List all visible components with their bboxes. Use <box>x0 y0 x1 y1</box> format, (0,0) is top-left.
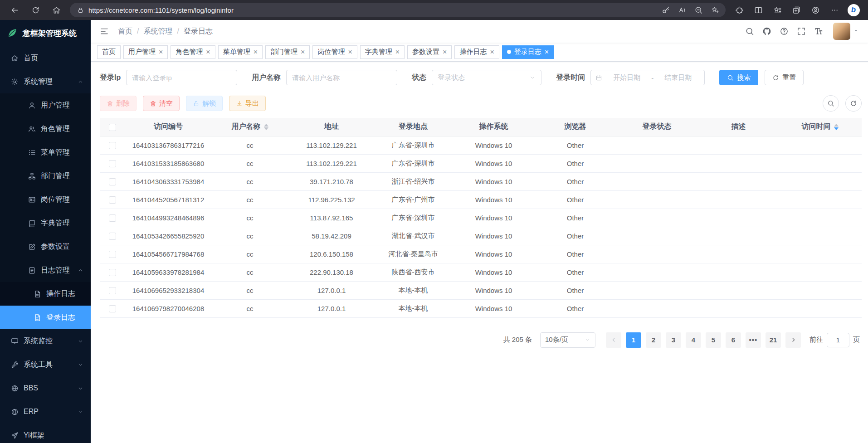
refresh-table-button[interactable] <box>845 95 862 112</box>
browser-back-button[interactable] <box>5 2 24 18</box>
page-button-3[interactable]: 3 <box>666 332 681 348</box>
tab-operation-log[interactable]: 操作日志× <box>454 45 499 59</box>
browser-key-button[interactable] <box>658 4 674 16</box>
address-bar[interactable]: https://ccnetcore.com:1101/system/log/lo… <box>70 3 726 17</box>
tab-dict-mgmt[interactable]: 字典管理× <box>360 45 405 59</box>
browser-more-button[interactable] <box>825 2 844 18</box>
row-checkbox[interactable] <box>109 178 116 185</box>
tab-param-settings[interactable]: 参数设置× <box>407 45 452 59</box>
browser-profile-button[interactable] <box>806 2 824 18</box>
question-button[interactable] <box>776 23 792 39</box>
row-checkbox[interactable] <box>109 142 116 149</box>
sidebar-item-menu-mgmt[interactable]: 菜单管理 <box>0 141 91 164</box>
browser-extensions-button[interactable] <box>730 2 748 18</box>
bing-button[interactable]: b <box>844 2 863 18</box>
tab-dept-mgmt[interactable]: 部门管理× <box>265 45 310 59</box>
breadcrumb-item[interactable]: 系统管理 <box>143 27 172 36</box>
row-checkbox[interactable] <box>109 233 116 240</box>
page-button-1[interactable]: 1 <box>626 332 641 348</box>
font-size-icon <box>814 27 823 36</box>
sidebar-item-system-monitor[interactable]: 系统监控 <box>0 329 91 353</box>
export-button[interactable]: 导出 <box>229 96 266 111</box>
row-checkbox[interactable] <box>109 214 116 222</box>
page-button-6[interactable]: 6 <box>726 332 741 348</box>
clear-button[interactable]: 清空 <box>143 96 180 111</box>
tab-role-mgmt[interactable]: 角色管理× <box>171 45 215 59</box>
close-icon[interactable]: × <box>159 49 163 56</box>
sidebar-item-dept-mgmt[interactable]: 部门管理 <box>0 164 91 188</box>
browser-home-button[interactable] <box>47 2 65 18</box>
search-button[interactable]: 搜索 <box>719 70 758 85</box>
sidebar-item-log-mgmt[interactable]: 日志管理 <box>0 258 91 282</box>
toggle-search-button[interactable] <box>823 95 839 112</box>
sidebar-item-operation-log[interactable]: 操作日志 <box>0 282 91 306</box>
page-button-2[interactable]: 2 <box>646 332 661 348</box>
browser-split-screen-button[interactable] <box>749 2 767 18</box>
sidebar-item-post-mgmt[interactable]: 岗位管理 <box>0 188 91 211</box>
row-checkbox[interactable] <box>109 269 116 276</box>
font-size-button[interactable] <box>810 23 827 39</box>
browser-refresh-button[interactable] <box>26 2 44 18</box>
prev-page-button[interactable] <box>606 332 621 348</box>
tab-user-mgmt[interactable]: 用户管理× <box>123 45 168 59</box>
sidebar-item-erp[interactable]: ERP <box>0 400 91 424</box>
login-time-range-picker[interactable]: 开始日期 - 结束日期 <box>590 70 705 85</box>
browser-zoom-out-button[interactable] <box>690 4 707 16</box>
close-icon[interactable]: × <box>545 49 549 56</box>
close-icon[interactable]: × <box>395 49 400 56</box>
close-icon[interactable]: × <box>348 49 352 56</box>
sidebar-item-role-mgmt[interactable]: 角色管理 <box>0 117 91 141</box>
user-avatar[interactable] <box>833 23 850 40</box>
more-pages-button[interactable]: ••• <box>746 332 761 348</box>
github-button[interactable] <box>759 23 775 39</box>
close-icon[interactable]: × <box>206 49 210 56</box>
fullscreen-button[interactable] <box>793 23 809 39</box>
sort-caret[interactable] <box>834 124 839 130</box>
status-select[interactable]: 登录状态 <box>432 70 541 85</box>
page-button-21[interactable]: 21 <box>766 332 781 348</box>
sidebar-item-user-mgmt[interactable]: 用户管理 <box>0 93 91 117</box>
reset-button[interactable]: 重置 <box>765 70 804 85</box>
user-name-input[interactable] <box>286 70 397 85</box>
sidebar-item-bbs[interactable]: BBS <box>0 376 91 400</box>
row-checkbox[interactable] <box>109 196 116 204</box>
select-all-checkbox[interactable] <box>109 124 116 131</box>
sidebar-item-home[interactable]: 首页 <box>0 46 91 70</box>
jump-page-input[interactable] <box>827 333 849 347</box>
delete-button[interactable]: 删除 <box>100 96 137 111</box>
row-checkbox[interactable] <box>109 251 116 258</box>
sidebar-item-system-tools[interactable]: 系统工具 <box>0 353 91 376</box>
unlock-button[interactable]: 解锁 <box>186 96 223 111</box>
page-button-5[interactable]: 5 <box>706 332 721 348</box>
sort-caret[interactable] <box>264 124 268 130</box>
sidebar-item-dict-mgmt[interactable]: 字典管理 <box>0 211 91 235</box>
browser-read-aloud-button[interactable] <box>674 4 690 16</box>
page-size-select[interactable]: 10条/页 <box>540 332 595 348</box>
breadcrumb-separator: / <box>137 27 139 35</box>
browser-favorites-button[interactable] <box>768 2 786 18</box>
row-checkbox[interactable] <box>109 305 116 312</box>
next-page-button[interactable] <box>785 332 801 348</box>
close-icon[interactable]: × <box>301 49 305 56</box>
sidebar-item-login-log[interactable]: 登录日志 <box>0 306 91 329</box>
close-icon[interactable]: × <box>254 49 258 56</box>
close-icon[interactable]: × <box>443 49 447 56</box>
sidebar-item-system-mgmt[interactable]: 系统管理 <box>0 70 91 93</box>
row-checkbox[interactable] <box>109 287 116 294</box>
user-menu-caret-button[interactable] <box>851 26 861 37</box>
close-icon[interactable]: × <box>490 49 494 56</box>
tab-home[interactable]: 首页 <box>97 45 121 59</box>
tab-menu-mgmt[interactable]: 菜单管理× <box>218 45 263 59</box>
sidebar-item-param-settings[interactable]: 参数设置 <box>0 235 91 258</box>
page-button-4[interactable]: 4 <box>686 332 701 348</box>
breadcrumb-item[interactable]: 首页 <box>118 27 132 36</box>
row-checkbox[interactable] <box>109 160 116 167</box>
browser-collections-button[interactable] <box>787 2 805 18</box>
search-button[interactable] <box>741 23 758 39</box>
browser-star-plus-button[interactable] <box>707 4 723 16</box>
tab-login-log[interactable]: 登录日志× <box>502 45 554 59</box>
tab-post-mgmt[interactable]: 岗位管理× <box>312 45 357 59</box>
sidebar-item-yi-framework[interactable]: Yi框架 <box>0 424 91 443</box>
sidebar-toggle-button[interactable] <box>96 23 112 39</box>
login-ip-input[interactable] <box>126 70 237 85</box>
